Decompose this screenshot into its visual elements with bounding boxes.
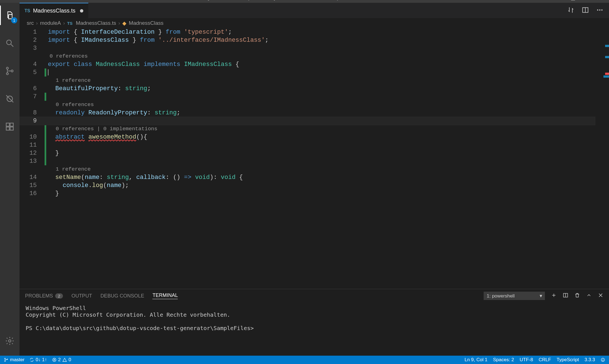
code-line[interactable]: console.log(name); <box>46 181 129 190</box>
window-title: [Extension Development Host] - ● Madness… <box>208 0 401 1</box>
status-encoding[interactable]: UTF-8 <box>520 357 533 363</box>
activity-source-control[interactable] <box>0 61 20 81</box>
status-sync[interactable]: 0↓ 1↑ <box>30 357 47 363</box>
line-number: 6 <box>20 85 45 93</box>
code-line[interactable]: BeautifulProperty: string; <box>46 85 151 93</box>
code-line[interactable]: abstract awesomeMethod(){ <box>46 133 147 141</box>
breadcrumb-file[interactable]: MadnessClass.ts <box>76 20 116 26</box>
svg-point-0 <box>7 40 11 45</box>
maximize-panel-icon[interactable] <box>586 292 592 299</box>
overview-marker <box>605 56 609 58</box>
editor[interactable]: 1import { InterfaceDeclaration } from 't… <box>20 28 609 289</box>
status-ts-version[interactable]: 3.3.3 <box>584 357 595 363</box>
breadcrumb-symbol[interactable]: MadnessClass <box>129 20 164 26</box>
close-panel-icon[interactable] <box>598 292 603 299</box>
chevron-right-icon: › <box>63 20 65 26</box>
status-feedback[interactable] <box>601 358 605 362</box>
svg-point-11 <box>9 340 11 342</box>
line-number: 8 <box>20 109 45 117</box>
new-terminal-icon[interactable] <box>551 292 557 299</box>
codelens[interactable]: 1 reference <box>46 77 91 85</box>
maximize-icon[interactable]: ▢ <box>586 0 591 1</box>
codelens[interactable]: 0 references | 0 implementations <box>46 125 157 133</box>
breadcrumb[interactable]: src › moduleA › TS MadnessClass.ts › ◆ M… <box>20 18 609 28</box>
line-number: 14 <box>20 173 45 181</box>
overview-ruler[interactable] <box>603 28 609 289</box>
svg-line-1 <box>11 44 13 47</box>
activity-search[interactable] <box>0 33 20 53</box>
extensions-icon <box>5 122 14 131</box>
svg-point-31 <box>603 359 604 360</box>
close-icon[interactable]: ✕ <box>602 0 606 1</box>
split-terminal-icon[interactable] <box>563 292 568 299</box>
search-icon <box>5 38 14 48</box>
code-line[interactable] <box>46 68 48 77</box>
panel-tab-label: TERMINAL <box>152 292 178 298</box>
code-line[interactable]: export class MadnessClass implements IMa… <box>46 60 239 68</box>
svg-rect-7 <box>6 123 9 126</box>
git-branch-icon <box>4 358 8 362</box>
svg-rect-8 <box>10 123 13 126</box>
minimize-icon[interactable]: ▁ <box>571 0 575 1</box>
chevron-right-icon: › <box>36 20 38 26</box>
status-cursor-position[interactable]: Ln 9, Col 1 <box>464 357 487 363</box>
sync-icon <box>30 358 34 362</box>
status-eol[interactable]: CRLF <box>539 357 551 363</box>
codelens[interactable]: 1 reference <box>46 165 91 173</box>
status-branch[interactable]: master <box>4 357 25 363</box>
codelens[interactable]: 0 references <box>46 101 94 109</box>
typescript-file-icon: TS <box>25 8 30 13</box>
line-number: 7 <box>20 93 45 101</box>
code-line[interactable]: import { InterfaceDeclaration } from 'ty… <box>46 28 232 36</box>
breadcrumb-segment[interactable]: moduleA <box>40 20 61 26</box>
error-icon <box>52 358 57 362</box>
code-line[interactable]: } <box>46 149 59 157</box>
panel-tab-label: DEBUG CONSOLE <box>100 293 144 299</box>
more-actions-icon[interactable] <box>596 6 603 15</box>
svg-point-29 <box>601 358 605 361</box>
compare-changes-icon[interactable] <box>567 6 574 15</box>
status-language[interactable]: TypeScript <box>557 357 579 363</box>
terminal[interactable]: Windows PowerShell Copyright (C) Microso… <box>20 302 609 356</box>
code-line[interactable]: readonly ReadonlyProperty: string; <box>46 109 180 117</box>
explorer-badge: 1 <box>11 17 17 23</box>
class-symbol-icon: ◆ <box>122 20 126 26</box>
line-number: 13 <box>20 157 45 165</box>
line-number: 4 <box>20 60 45 68</box>
line-number: 9 <box>20 117 45 125</box>
svg-point-24 <box>5 361 6 361</box>
line-number: 16 <box>20 190 45 198</box>
line-number: 11 <box>20 141 45 149</box>
svg-point-3 <box>6 73 8 75</box>
terminal-selector[interactable]: 1: powershell <box>484 292 545 300</box>
panel-tab-terminal[interactable]: TERMINAL <box>152 292 178 299</box>
line-number: 12 <box>20 149 45 157</box>
breadcrumb-segment[interactable]: src <box>27 20 34 26</box>
activity-settings[interactable] <box>0 331 20 351</box>
svg-point-23 <box>5 358 6 359</box>
panel-tab-problems[interactable]: PROBLEMS 2 <box>25 293 63 299</box>
activity-extensions[interactable] <box>0 117 20 136</box>
svg-rect-9 <box>6 127 9 130</box>
codelens[interactable]: 0 references <box>46 52 88 60</box>
status-errors[interactable]: 2 0 <box>52 357 71 363</box>
status-indentation[interactable]: Spaces: 2 <box>493 357 514 363</box>
title-bar: [Extension Development Host] - ● Madness… <box>0 0 609 3</box>
terminal-prompt: PS C:\data\dotup\src\github\dotup-vscode… <box>26 325 254 331</box>
kill-terminal-icon[interactable] <box>574 292 580 299</box>
code-line[interactable]: } <box>46 190 59 198</box>
svg-point-15 <box>599 9 600 10</box>
overview-marker <box>605 73 609 75</box>
tab-madnessclass[interactable]: TS MadnessClass.ts <box>20 3 88 18</box>
cursor-icon <box>48 69 48 75</box>
code-line[interactable]: setName(name: string, callback: () => vo… <box>46 173 243 181</box>
svg-point-4 <box>11 70 13 72</box>
panel-tab-debug-console[interactable]: DEBUG CONSOLE <box>100 293 144 299</box>
activity-debug[interactable] <box>0 89 20 109</box>
split-editor-icon[interactable] <box>582 6 589 15</box>
activity-explorer[interactable]: 1 <box>0 6 20 25</box>
panel-tab-output[interactable]: OUTPUT <box>71 293 92 299</box>
overview-marker <box>605 45 609 47</box>
panel: PROBLEMS 2 OUTPUT DEBUG CONSOLE TERMINAL <box>20 289 609 356</box>
code-line[interactable]: import { IMadnessClass } from '../interf… <box>46 36 269 44</box>
